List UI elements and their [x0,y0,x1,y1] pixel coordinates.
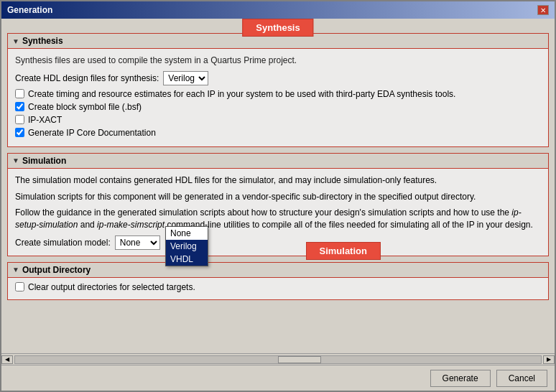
simulation-section-body: The simulation model contains generated … [8,169,548,256]
scrollbar-left-btn[interactable]: ◀ [1,355,13,364]
synthesis-description: Synthesis files are used to compile the … [15,55,541,67]
timing-checkbox[interactable] [15,89,24,98]
clear-output-checkbox[interactable] [15,282,24,291]
simulation-section-header[interactable]: ▼ Simulation [8,154,548,169]
cancel-button[interactable]: Cancel [496,370,547,387]
generate-button[interactable]: Generate [430,370,491,387]
output-collapse-icon: ▼ [12,266,19,274]
synthesis-section-body: Synthesis files are used to compile the … [8,49,548,146]
hdl-row: Create HDL design files for synthesis: V… [15,71,541,85]
title-bar: Generation ✕ [1,1,555,19]
sim-model-select[interactable]: None Verilog VHDL [115,235,160,250]
scrollbar-track[interactable] [14,355,542,364]
ipxact-checkbox[interactable] [15,115,24,124]
bsf-row: Create block symbol file (.bsf) [15,102,541,112]
scrollbar-right-btn[interactable]: ▶ [543,355,555,364]
scrollbar-thumb[interactable] [278,356,321,363]
dropdown-none[interactable]: None [166,227,208,240]
bsf-label: Create block symbol file (.bsf) [28,102,142,112]
ipdoc-row: Generate IP Core Documentation [15,128,541,138]
sim-model-label: Create simulation model: [15,238,111,248]
window-title: Generation [7,5,52,15]
hdl-label: Create HDL design files for synthesis: [15,73,159,83]
ipdoc-checkbox[interactable] [15,128,24,137]
clear-output-label: Clear output directories for selected ta… [28,282,195,292]
ipdoc-label: Generate IP Core Documentation [28,128,156,138]
simulation-collapse-icon: ▼ [12,157,19,164]
sim-desc3: Follow the guidance in the generated sim… [15,207,541,231]
hdl-select[interactable]: Verilog VHDL [163,71,208,85]
clear-output-row: Clear output directories for selected ta… [15,282,541,292]
simulation-model-dropdown-overlay[interactable]: None Verilog VHDL [165,226,208,266]
timing-row: Create timing and resource estimates for… [15,89,541,99]
horizontal-scrollbar[interactable]: ◀ ▶ [1,353,555,365]
dropdown-verilog[interactable]: Verilog [166,240,208,253]
close-button[interactable]: ✕ [537,5,549,15]
ipxact-label: IP-XACT [28,115,62,125]
dropdown-vhdl[interactable]: VHDL [166,253,208,266]
sim-desc3-part1: Follow the guidance in the generated sim… [15,207,511,218]
timing-label: Create timing and resource estimates for… [28,89,455,99]
output-directory-title: Output Directory [22,265,91,275]
close-icon: ✕ [540,6,546,14]
sim-desc3-italic2: ip-make-simscript [97,220,165,230]
ipxact-row: IP-XACT [15,115,541,125]
sim-desc3-mid: and [78,220,97,230]
content-area: ▼ Synthesis Synthesis files are used to … [1,27,555,353]
footer: Generate Cancel [1,365,555,391]
sim-model-row: Create simulation model: None Verilog VH… [15,235,541,250]
simulation-banner: Simulation [306,242,381,260]
sim-desc2: Simulation scripts for this component wi… [15,191,541,203]
sim-desc3-part2: command-line utilities to compile all of… [165,220,533,230]
synthesis-section-title: Synthesis [22,36,63,46]
bsf-checkbox[interactable] [15,102,24,111]
output-directory-header[interactable]: ▼ Output Directory [8,263,548,278]
main-window: Generation ✕ Synthesis Simulation None V… [0,0,556,392]
synthesis-section: ▼ Synthesis Synthesis files are used to … [7,33,549,147]
simulation-section-title: Simulation [22,156,66,166]
simulation-section: ▼ Simulation The simulation model contai… [7,153,549,256]
synthesis-collapse-icon: ▼ [12,37,19,45]
output-directory-section: ▼ Output Directory Clear output director… [7,262,549,300]
output-directory-body: Clear output directories for selected ta… [8,278,548,299]
synthesis-banner: Synthesis [242,19,313,37]
sim-desc1: The simulation model contains generated … [15,174,541,187]
